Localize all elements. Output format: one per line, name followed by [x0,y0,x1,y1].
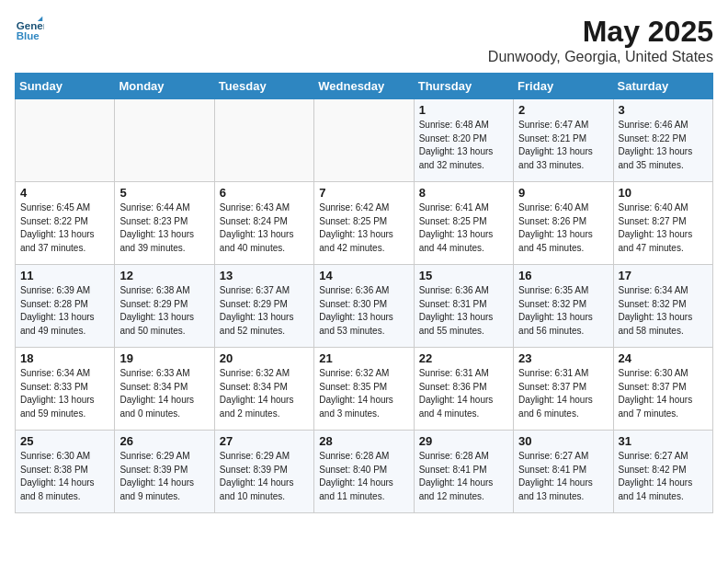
calendar-cell: 25Sunrise: 6:30 AM Sunset: 8:38 PM Dayli… [16,431,115,513]
day-info: Sunrise: 6:28 AM Sunset: 8:41 PM Dayligh… [419,450,508,503]
svg-marker-2 [38,17,42,21]
calendar-cell: 28Sunrise: 6:28 AM Sunset: 8:40 PM Dayli… [314,431,414,513]
day-info: Sunrise: 6:34 AM Sunset: 8:33 PM Dayligh… [20,367,109,420]
calendar-cell: 5Sunrise: 6:44 AM Sunset: 8:23 PM Daylig… [115,182,214,265]
calendar-cell: 11Sunrise: 6:39 AM Sunset: 8:28 PM Dayli… [16,265,115,348]
calendar-week-1: 1Sunrise: 6:48 AM Sunset: 8:20 PM Daylig… [16,99,713,182]
day-number: 28 [319,434,408,448]
calendar-cell: 29Sunrise: 6:28 AM Sunset: 8:41 PM Dayli… [414,431,513,513]
calendar-cell: 23Sunrise: 6:31 AM Sunset: 8:37 PM Dayli… [514,348,613,431]
day-number: 22 [419,351,508,365]
weekday-header-monday: Monday [115,74,214,99]
day-number: 15 [419,269,508,282]
day-number: 3 [619,103,708,117]
calendar-cell: 4Sunrise: 6:45 AM Sunset: 8:22 PM Daylig… [16,182,115,265]
day-info: Sunrise: 6:47 AM Sunset: 8:21 PM Dayligh… [518,119,608,172]
calendar-cell [115,99,214,182]
day-number: 29 [419,434,508,448]
day-info: Sunrise: 6:38 AM Sunset: 8:29 PM Dayligh… [119,284,209,338]
day-info: Sunrise: 6:33 AM Sunset: 8:34 PM Dayligh… [119,367,209,420]
svg-text:Blue: Blue [17,30,40,41]
day-number: 31 [619,434,708,448]
calendar-cell: 19Sunrise: 6:33 AM Sunset: 8:34 PM Dayli… [115,348,214,431]
day-number: 13 [220,269,309,282]
calendar-cell: 31Sunrise: 6:27 AM Sunset: 8:42 PM Dayli… [613,431,712,513]
day-info: Sunrise: 6:40 AM Sunset: 8:27 PM Dayligh… [619,201,708,255]
calendar-week-3: 11Sunrise: 6:39 AM Sunset: 8:28 PM Dayli… [16,265,713,348]
day-info: Sunrise: 6:36 AM Sunset: 8:30 PM Dayligh… [319,284,408,338]
weekday-header-sunday: Sunday [16,74,115,99]
day-info: Sunrise: 6:37 AM Sunset: 8:29 PM Dayligh… [220,284,309,338]
day-info: Sunrise: 6:32 AM Sunset: 8:35 PM Dayligh… [319,367,408,420]
page-header: General Blue May 2025 Dunwoody, Georgia,… [15,15,713,65]
calendar-cell: 12Sunrise: 6:38 AM Sunset: 8:29 PM Dayli… [115,265,214,348]
calendar-cell: 7Sunrise: 6:42 AM Sunset: 8:25 PM Daylig… [314,182,414,265]
calendar-cell: 8Sunrise: 6:41 AM Sunset: 8:25 PM Daylig… [414,182,513,265]
calendar-cell: 13Sunrise: 6:37 AM Sunset: 8:29 PM Dayli… [214,265,313,348]
day-number: 19 [119,351,209,365]
calendar-cell: 20Sunrise: 6:32 AM Sunset: 8:34 PM Dayli… [214,348,313,431]
calendar-cell: 18Sunrise: 6:34 AM Sunset: 8:33 PM Dayli… [16,348,115,431]
day-info: Sunrise: 6:27 AM Sunset: 8:42 PM Dayligh… [619,450,708,503]
weekday-header-saturday: Saturday [613,74,712,99]
calendar-cell [214,99,313,182]
day-info: Sunrise: 6:30 AM Sunset: 8:37 PM Dayligh… [619,367,708,420]
day-info: Sunrise: 6:31 AM Sunset: 8:37 PM Dayligh… [518,367,608,420]
day-number: 4 [20,186,109,200]
calendar-cell: 15Sunrise: 6:36 AM Sunset: 8:31 PM Dayli… [414,265,513,348]
day-info: Sunrise: 6:29 AM Sunset: 8:39 PM Dayligh… [119,450,209,503]
calendar-cell: 30Sunrise: 6:27 AM Sunset: 8:41 PM Dayli… [514,431,613,513]
day-info: Sunrise: 6:27 AM Sunset: 8:41 PM Dayligh… [518,450,608,503]
day-number: 21 [319,351,408,365]
day-info: Sunrise: 6:28 AM Sunset: 8:40 PM Dayligh… [319,450,408,503]
calendar-cell: 21Sunrise: 6:32 AM Sunset: 8:35 PM Dayli… [314,348,414,431]
day-number: 24 [619,351,708,365]
weekday-header-friday: Friday [514,74,613,99]
day-number: 2 [518,103,608,117]
day-number: 16 [518,269,608,282]
day-number: 23 [518,351,608,365]
day-number: 20 [220,351,309,365]
day-info: Sunrise: 6:40 AM Sunset: 8:26 PM Dayligh… [518,201,608,255]
calendar-cell: 3Sunrise: 6:46 AM Sunset: 8:22 PM Daylig… [613,99,712,182]
calendar-table: SundayMondayTuesdayWednesdayThursdayFrid… [15,73,713,513]
calendar-cell: 10Sunrise: 6:40 AM Sunset: 8:27 PM Dayli… [613,182,712,265]
day-info: Sunrise: 6:48 AM Sunset: 8:20 PM Dayligh… [419,119,508,172]
location-title: Dunwoody, Georgia, United States [488,49,713,65]
weekday-header-row: SundayMondayTuesdayWednesdayThursdayFrid… [16,74,713,99]
weekday-header-tuesday: Tuesday [214,74,313,99]
day-info: Sunrise: 6:41 AM Sunset: 8:25 PM Dayligh… [419,201,508,255]
day-info: Sunrise: 6:39 AM Sunset: 8:28 PM Dayligh… [20,284,109,338]
calendar-cell: 6Sunrise: 6:43 AM Sunset: 8:24 PM Daylig… [214,182,313,265]
weekday-header-thursday: Thursday [414,74,513,99]
day-info: Sunrise: 6:42 AM Sunset: 8:25 PM Dayligh… [319,201,408,255]
calendar-week-4: 18Sunrise: 6:34 AM Sunset: 8:33 PM Dayli… [16,348,713,431]
day-info: Sunrise: 6:29 AM Sunset: 8:39 PM Dayligh… [220,450,309,503]
day-number: 1 [419,103,508,117]
day-info: Sunrise: 6:45 AM Sunset: 8:22 PM Dayligh… [20,201,109,255]
title-block: May 2025 Dunwoody, Georgia, United State… [488,15,713,65]
calendar-week-5: 25Sunrise: 6:30 AM Sunset: 8:38 PM Dayli… [16,431,713,513]
calendar-cell [314,99,414,182]
calendar-cell: 22Sunrise: 6:31 AM Sunset: 8:36 PM Dayli… [414,348,513,431]
calendar-cell: 9Sunrise: 6:40 AM Sunset: 8:26 PM Daylig… [514,182,613,265]
day-number: 30 [518,434,608,448]
day-number: 10 [619,186,708,200]
day-number: 11 [20,269,109,282]
day-info: Sunrise: 6:46 AM Sunset: 8:22 PM Dayligh… [619,119,708,172]
calendar-cell: 16Sunrise: 6:35 AM Sunset: 8:32 PM Dayli… [514,265,613,348]
day-number: 5 [119,186,209,200]
calendar-cell [16,99,115,182]
day-number: 6 [220,186,309,200]
calendar-cell: 14Sunrise: 6:36 AM Sunset: 8:30 PM Dayli… [314,265,414,348]
calendar-cell: 27Sunrise: 6:29 AM Sunset: 8:39 PM Dayli… [214,431,313,513]
day-info: Sunrise: 6:35 AM Sunset: 8:32 PM Dayligh… [518,284,608,338]
day-number: 25 [20,434,109,448]
calendar-cell: 1Sunrise: 6:48 AM Sunset: 8:20 PM Daylig… [414,99,513,182]
calendar-cell: 17Sunrise: 6:34 AM Sunset: 8:32 PM Dayli… [613,265,712,348]
month-title: May 2025 [488,15,713,49]
calendar-cell: 26Sunrise: 6:29 AM Sunset: 8:39 PM Dayli… [115,431,214,513]
day-info: Sunrise: 6:44 AM Sunset: 8:23 PM Dayligh… [119,201,209,255]
day-info: Sunrise: 6:31 AM Sunset: 8:36 PM Dayligh… [419,367,508,420]
logo-icon: General Blue [15,15,44,44]
